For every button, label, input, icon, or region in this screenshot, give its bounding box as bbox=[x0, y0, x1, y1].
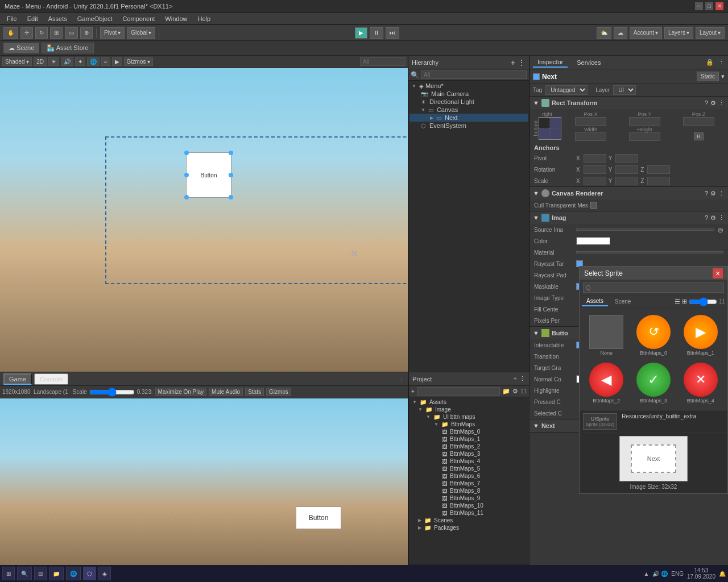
toolbar-rotate-tool[interactable]: ↻ bbox=[35, 27, 48, 39]
window-controls[interactable]: ─ □ ✕ bbox=[695, 2, 723, 10]
project-item-scenes[interactable]: ▶ 📁 Scenes bbox=[410, 517, 528, 524]
shaded-button[interactable]: Shaded ▾ bbox=[2, 57, 32, 66]
canvas-renderer-header[interactable]: ▼ Canvas Renderer ? ⚙ ⋮ bbox=[530, 187, 728, 199]
scene-tab-button[interactable]: ☁ Scene bbox=[3, 43, 39, 53]
sprite-item-0[interactable]: ↺ BttnMaps_0 bbox=[631, 313, 676, 358]
hierarchy-item-main-camera[interactable]: 📷 Main Camera bbox=[410, 90, 528, 98]
rt-help-icon[interactable]: ? bbox=[705, 99, 708, 107]
scale-z-input[interactable]: 1 bbox=[647, 177, 670, 185]
project-header-buttons[interactable]: + ⋮ bbox=[514, 375, 526, 383]
scale-slider[interactable] bbox=[89, 388, 135, 397]
scene-light-btn[interactable]: ☀ bbox=[48, 57, 59, 66]
image-material-field[interactable] bbox=[576, 251, 723, 253]
static-dropdown-icon[interactable]: ▾ bbox=[721, 73, 725, 80]
rot-y-input[interactable]: 0 bbox=[615, 165, 638, 174]
inspector-lock-icon[interactable]: 🔒 bbox=[706, 59, 714, 66]
project-add-icon[interactable]: + bbox=[514, 375, 517, 383]
layer-select[interactable]: UI bbox=[613, 85, 636, 95]
hierarchy-options-icon[interactable]: ⋮ bbox=[518, 58, 526, 67]
mute-audio-btn[interactable]: Mute Audio bbox=[209, 388, 243, 396]
image-section-header[interactable]: ▼ Imag ? ⚙ ⋮ bbox=[530, 211, 728, 224]
cull-transparent-checkbox[interactable] bbox=[590, 202, 597, 209]
menu-file[interactable]: File bbox=[2, 14, 22, 23]
close-button[interactable]: ✕ bbox=[715, 2, 723, 10]
project-item-bttnmaps-9[interactable]: 🖼 BttnMaps_9 bbox=[410, 494, 528, 502]
console-tab[interactable]: Console bbox=[34, 373, 68, 385]
sprite-item-none[interactable]: None bbox=[584, 313, 629, 358]
project-options-icon[interactable]: ⋮ bbox=[519, 375, 526, 383]
maximize-on-play-btn[interactable]: Maximize On Play bbox=[155, 388, 207, 396]
pos-y-input[interactable]: 100 bbox=[629, 117, 660, 126]
pause-button[interactable]: ⏸ bbox=[370, 27, 383, 39]
width-input[interactable]: 100 bbox=[575, 132, 606, 141]
gizmos-button[interactable]: Gizmos ▾ bbox=[124, 57, 154, 66]
cr-settings-icon[interactable]: ⚙ bbox=[710, 190, 716, 197]
menu-gameobject[interactable]: GameObject bbox=[73, 14, 117, 23]
project-item-uibttnmaps[interactable]: ▼ 📁 UI bttn maps bbox=[410, 413, 528, 421]
menu-component[interactable]: Component bbox=[118, 14, 159, 23]
scene-search-input[interactable] bbox=[360, 57, 406, 66]
rect-transform-controls[interactable]: ? ⚙ ⋮ bbox=[705, 99, 725, 107]
sprite-item-1[interactable]: ▶ BttnMaps_1 bbox=[678, 313, 723, 358]
img-help-icon[interactable]: ? bbox=[705, 214, 708, 222]
toolbar-rect-tool[interactable]: ▭ bbox=[65, 27, 78, 39]
project-item-packages[interactable]: ▶ 📁 Packages bbox=[410, 524, 528, 531]
toolbar-scale-tool[interactable]: ⊞ bbox=[50, 27, 63, 39]
hierarchy-item-canvas[interactable]: ▼ ▭ Canvas bbox=[410, 106, 528, 114]
inspector-tab[interactable]: Inspector bbox=[533, 57, 568, 68]
menu-assets[interactable]: Assets bbox=[44, 14, 72, 23]
hierarchy-item-menu[interactable]: ▼ ◈ Menu* bbox=[410, 82, 528, 90]
img-options-icon[interactable]: ⋮ bbox=[718, 214, 725, 222]
project-item-bttnmaps-4[interactable]: 🖼 BttnMaps_4 bbox=[410, 458, 528, 465]
r-button[interactable]: R bbox=[694, 132, 704, 140]
game-button[interactable]: Button bbox=[296, 506, 341, 529]
scene-sky-btn[interactable]: 🌐 bbox=[87, 57, 100, 66]
play-button[interactable]: ▶ bbox=[355, 27, 367, 39]
scene-fx-btn[interactable]: ✦ bbox=[75, 57, 85, 66]
project-item-bttnmaps-5[interactable]: 🖼 BttnMaps_5 bbox=[410, 465, 528, 472]
static-button[interactable]: Static bbox=[697, 72, 719, 81]
2d-button[interactable]: 2D bbox=[34, 57, 47, 66]
project-item-image[interactable]: ▼ 📁 Image bbox=[410, 406, 528, 413]
sprite-item-2[interactable]: ◀ BttnMaps_2 bbox=[584, 360, 629, 406]
cloud-button[interactable]: ☁ bbox=[614, 27, 627, 39]
hierarchy-item-eventsystem[interactable]: ⬡ EventSystem bbox=[410, 122, 528, 130]
source-image-picker[interactable]: ◎ bbox=[718, 226, 723, 234]
pos-x-input[interactable]: -100 bbox=[575, 117, 606, 126]
height-input[interactable]: 100 bbox=[629, 132, 660, 141]
scene-sound-btn[interactable]: 🔊 bbox=[61, 57, 73, 66]
project-item-bttnmaps-0[interactable]: 🖼 BttnMaps_0 bbox=[410, 428, 528, 435]
project-folder-icon[interactable]: 📁 bbox=[502, 388, 510, 395]
canvas-renderer-controls[interactable]: ? ⚙ ⋮ bbox=[705, 190, 725, 197]
project-item-bttnmaps[interactable]: ▼ 📁 BttnMaps bbox=[410, 421, 528, 428]
taskbar-file-explorer-button[interactable]: 📁 bbox=[49, 567, 64, 580]
project-item-assets[interactable]: ▼ 📁 Assets bbox=[410, 398, 528, 406]
layout-button[interactable]: Layout ▾ bbox=[696, 27, 725, 39]
project-item-bttnmaps-8[interactable]: 🖼 BttnMaps_8 bbox=[410, 487, 528, 494]
select-sprite-close-button[interactable]: × bbox=[713, 268, 723, 278]
rt-settings-icon[interactable]: ⚙ bbox=[710, 99, 716, 107]
sprite-assets-tab[interactable]: Assets bbox=[582, 297, 608, 306]
scene-anim-btn[interactable]: ▶ bbox=[112, 57, 122, 66]
sprite-item-3[interactable]: ✓ BttnMaps_3 bbox=[631, 360, 676, 406]
anchor-diagram[interactable] bbox=[539, 117, 561, 140]
collab-button[interactable]: ⛅ bbox=[597, 27, 611, 39]
image-controls[interactable]: ? ⚙ ⋮ bbox=[705, 214, 725, 222]
scale-x-input[interactable]: 1 bbox=[584, 177, 606, 185]
maximize-button[interactable]: □ bbox=[705, 2, 713, 10]
rot-x-input[interactable]: 0 bbox=[584, 165, 606, 174]
rot-z-input[interactable]: 0 bbox=[647, 165, 670, 174]
sprite-grid-icon[interactable]: ⊞ bbox=[682, 298, 687, 305]
menu-edit[interactable]: Edit bbox=[23, 14, 43, 23]
rect-transform-header[interactable]: ▼ Rect Transform ? ⚙ ⋮ bbox=[530, 97, 728, 109]
project-add-btn[interactable]: + bbox=[411, 388, 415, 394]
project-item-bttnmaps-1[interactable]: 🖼 BttnMaps_1 bbox=[410, 435, 528, 443]
account-button[interactable]: Account ▾ bbox=[630, 27, 662, 39]
project-item-bttnmaps-3[interactable]: 🖼 BttnMaps_3 bbox=[410, 450, 528, 458]
rt-options-icon[interactable]: ⋮ bbox=[718, 99, 725, 107]
taskbar-search-button[interactable]: 🔍 bbox=[17, 567, 32, 580]
project-item-bttnmaps-11[interactable]: 🖼 BttnMaps_11 bbox=[410, 509, 528, 517]
services-tab[interactable]: Services bbox=[572, 58, 605, 67]
toolbar-hand-tool[interactable]: ✋ bbox=[3, 27, 18, 39]
toolbar-global-button[interactable]: Global ▾ bbox=[127, 27, 155, 39]
